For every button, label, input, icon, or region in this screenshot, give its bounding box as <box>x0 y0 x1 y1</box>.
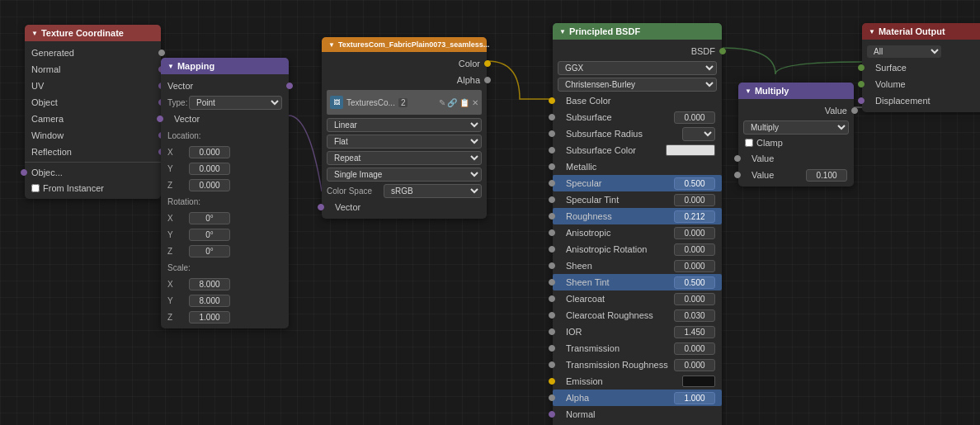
roughness-value[interactable]: 0.212 <box>674 210 715 223</box>
socket-anisotropic-rotation-in[interactable] <box>549 246 555 253</box>
object-row: Objec... <box>25 164 161 181</box>
anisotropic-value[interactable]: 0.000 <box>674 227 715 239</box>
rot-z-row: Z 0° <box>161 243 289 259</box>
output-normal: Normal <box>25 61 161 78</box>
scale-y-value[interactable]: 8.000 <box>189 295 230 307</box>
loc-y-value[interactable]: 0.000 <box>189 163 230 175</box>
socket-alpha-in[interactable] <box>549 394 555 401</box>
alpha-out-row: Alpha <box>322 72 487 88</box>
socket-specular-in[interactable] <box>549 180 555 187</box>
socket-texture-vector-in[interactable] <box>318 204 324 210</box>
image-ops: ✎ 🔗 📋 ✕ <box>439 98 478 107</box>
sheen-tint-value[interactable]: 0.500 <box>674 276 715 289</box>
surface-row: Surface <box>862 59 980 76</box>
output-generated: Generated <box>25 45 161 61</box>
socket-multiply-value-in2[interactable] <box>734 172 741 178</box>
single-image-dropdown[interactable]: Single Image <box>327 168 482 182</box>
sheen-value[interactable]: 0.000 <box>674 260 715 272</box>
alpha-value[interactable]: 1.000 <box>674 392 715 404</box>
clearcoat-roughness-row: Clearcoat Roughness 0.030 <box>553 307 722 323</box>
collapse-icon[interactable]: ▼ <box>745 87 751 95</box>
output-camera: Camera <box>25 111 161 127</box>
socket-generated-out[interactable] <box>158 50 165 56</box>
subsurface-method-dropdown[interactable]: Christensen-Burley <box>558 78 717 92</box>
texture-vector-in-row: Vector <box>322 199 487 215</box>
socket-emission-in[interactable] <box>549 378 555 385</box>
multiply-clamp-checkbox[interactable] <box>745 139 753 147</box>
socket-color-out[interactable] <box>484 60 491 67</box>
clearcoat-roughness-value[interactable]: 0.030 <box>674 309 715 322</box>
output-reflection: Reflection <box>25 144 161 160</box>
image-preview: 🖼 TexturesCo... 2 ✎ 🔗 📋 ✕ <box>327 90 482 115</box>
interpolation-dropdown[interactable]: Linear <box>327 118 482 132</box>
anisotropic-rotation-row: Anisotropic Rotation 0.000 <box>553 241 722 257</box>
emission-color-swatch[interactable] <box>682 375 715 387</box>
socket-multiply-value-out[interactable] <box>851 107 858 114</box>
socket-volume-in[interactable] <box>858 81 865 87</box>
clearcoat-value[interactable]: 0.000 <box>674 293 715 305</box>
scale-z-value[interactable]: 1.000 <box>189 311 230 323</box>
color-space-dropdown[interactable]: sRGB <box>384 184 482 198</box>
socket-metallic-in[interactable] <box>549 163 555 170</box>
rot-y-value[interactable]: 0° <box>189 229 230 241</box>
rot-z-value[interactable]: 0° <box>189 245 230 257</box>
socket-transmission-roughness-in[interactable] <box>549 361 555 368</box>
rot-x-value[interactable]: 0° <box>189 212 230 224</box>
projection-row: Flat <box>322 133 487 149</box>
multiply-value-out-row: Value <box>738 102 854 119</box>
ior-value[interactable]: 1.450 <box>674 326 715 338</box>
socket-anisotropic-in[interactable] <box>549 229 555 236</box>
projection-dropdown[interactable]: Flat <box>327 135 482 149</box>
socket-displacement-in[interactable] <box>858 97 865 104</box>
socket-object-in[interactable] <box>21 169 27 176</box>
subsurface-radius-dropdown[interactable] <box>682 127 715 141</box>
image-texture-body: Color Alpha 🖼 TexturesCo... 2 ✎ 🔗 📋 ✕ Li… <box>322 52 487 219</box>
socket-surface-in[interactable] <box>858 64 865 71</box>
socket-mapping-vector-in[interactable] <box>157 116 163 122</box>
scale-x-value[interactable]: 8.000 <box>189 278 230 290</box>
socket-base-color-in[interactable] <box>549 97 555 104</box>
anisotropic-rotation-value[interactable]: 0.000 <box>674 243 715 256</box>
multiply-node: ▼ Multiply Value Multiply Clamp Value Va… <box>738 83 854 187</box>
collapse-icon[interactable]: ▼ <box>328 41 335 49</box>
multiply-value-num[interactable]: 0.100 <box>806 169 847 182</box>
socket-clearcoat-in[interactable] <box>549 295 555 302</box>
socket-normal-in[interactable] <box>549 411 555 418</box>
socket-roughness-in[interactable] <box>549 213 555 220</box>
collapse-icon[interactable]: ▼ <box>559 28 566 35</box>
repeat-dropdown[interactable]: Repeat <box>327 151 482 165</box>
socket-sheen-tint-in[interactable] <box>549 279 555 286</box>
socket-sheen-in[interactable] <box>549 262 555 269</box>
multiply-operation-dropdown[interactable]: Multiply <box>743 120 849 135</box>
socket-subsurface-color-in[interactable] <box>549 147 555 153</box>
socket-subsurface-radius-in[interactable] <box>549 130 555 137</box>
displacement-row: Displacement <box>862 92 980 109</box>
from-instancer-checkbox[interactable] <box>31 184 40 192</box>
subsurface-color-swatch[interactable] <box>666 144 715 156</box>
socket-alpha-out[interactable] <box>484 77 491 83</box>
loc-z-value[interactable]: 0.000 <box>189 179 230 191</box>
loc-x-value[interactable]: 0.000 <box>189 146 230 158</box>
transmission-value[interactable]: 0.000 <box>674 342 715 355</box>
subsurface-value[interactable]: 0.000 <box>674 111 715 124</box>
specular-value[interactable]: 0.500 <box>674 177 715 190</box>
collapse-icon[interactable]: ▼ <box>31 30 38 37</box>
socket-mapping-vector-out[interactable] <box>286 83 293 89</box>
socket-subsurface-in[interactable] <box>549 114 555 120</box>
texture-coordinate-node: ▼ Texture Coordinate Generated Normal UV… <box>25 25 161 199</box>
mapping-type-dropdown[interactable]: Point <box>189 96 282 110</box>
socket-specular-tint-in[interactable] <box>549 196 555 203</box>
material-output-body: All Surface Volume Displacement <box>862 40 980 112</box>
distribution-dropdown[interactable]: GGX <box>558 61 717 75</box>
collapse-icon[interactable]: ▼ <box>167 63 174 70</box>
socket-multiply-value-in1[interactable] <box>734 155 741 162</box>
specular-tint-value[interactable]: 0.000 <box>674 194 715 206</box>
transmission-roughness-value[interactable]: 0.000 <box>674 359 715 371</box>
socket-clearcoat-roughness-in[interactable] <box>549 312 555 319</box>
collapse-icon[interactable]: ▼ <box>869 28 875 35</box>
socket-bsdf-out[interactable] <box>719 48 726 54</box>
socket-transmission-in[interactable] <box>549 345 555 352</box>
socket-ior-in[interactable] <box>549 328 555 335</box>
material-all-dropdown[interactable]: All <box>867 45 941 58</box>
multiply-clamp-row: Clamp <box>738 135 854 150</box>
